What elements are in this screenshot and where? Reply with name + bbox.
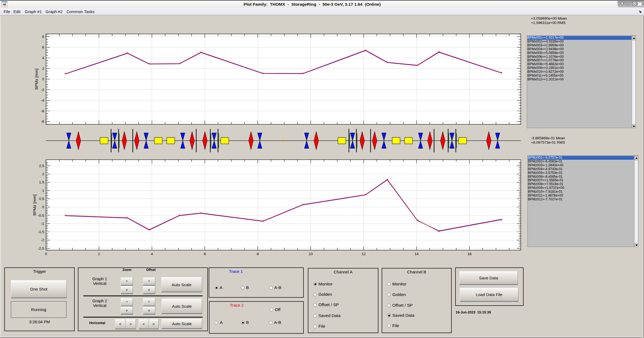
svg-text:-4: -4 — [41, 98, 44, 102]
svg-text:0: 0 — [42, 77, 44, 81]
svg-text:-1: -1 — [41, 222, 44, 226]
svg-text:0: 0 — [45, 252, 47, 256]
svg-text:-2.5: -2.5 — [38, 246, 44, 251]
svg-text:-8: -8 — [41, 119, 44, 123]
svg-text:2.5: 2.5 — [39, 164, 44, 168]
svg-text:4: 4 — [42, 56, 44, 60]
svg-text:1: 1 — [42, 189, 44, 193]
svg-text:4: 4 — [151, 252, 153, 256]
svg-text:-0.5: -0.5 — [38, 213, 44, 218]
svg-text:-2: -2 — [41, 238, 44, 242]
svg-text:8: 8 — [257, 252, 259, 256]
svg-text:BPMx [mm]: BPMx [mm] — [34, 68, 39, 90]
svg-text:0.5: 0.5 — [39, 197, 44, 201]
svg-text:10: 10 — [309, 252, 313, 256]
svg-text:-2: -2 — [41, 88, 44, 92]
svg-text:0: 0 — [42, 205, 44, 209]
svg-text:-1.5: -1.5 — [38, 230, 44, 234]
svg-text:2: 2 — [42, 67, 44, 71]
svg-text:6: 6 — [42, 45, 44, 49]
svg-text:14: 14 — [415, 252, 419, 256]
svg-text:2: 2 — [98, 252, 100, 256]
svg-text:2: 2 — [42, 172, 44, 176]
svg-text:16: 16 — [467, 252, 472, 256]
svg-text:-6: -6 — [41, 109, 44, 113]
svg-text:12: 12 — [362, 252, 366, 256]
svg-text:BPMz [mm]: BPMz [mm] — [32, 194, 37, 216]
svg-text:1.5: 1.5 — [39, 180, 44, 184]
svg-text:6: 6 — [204, 252, 206, 256]
svg-text:8: 8 — [42, 35, 44, 39]
